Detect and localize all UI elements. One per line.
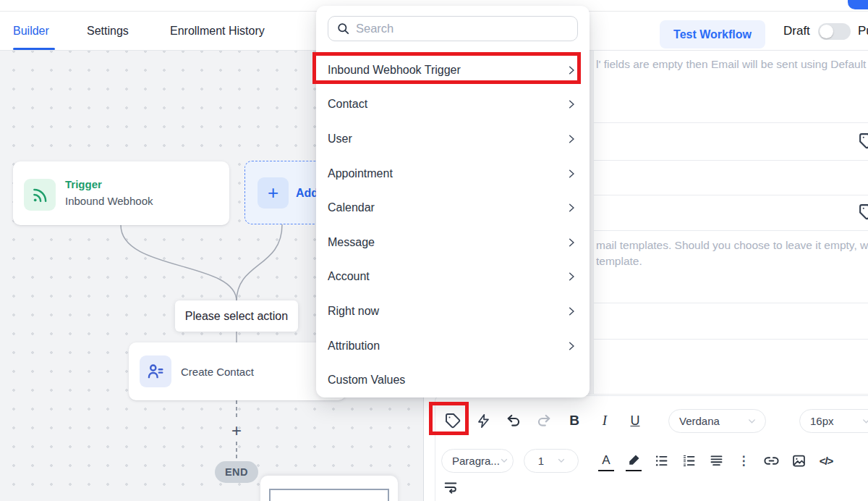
merge-tag-icon[interactable] <box>858 132 868 151</box>
action-config-panel: l' fields are empty then Email will be s… <box>593 51 868 397</box>
trigger-node-card[interactable]: Trigger Inbound Webhook <box>13 161 229 225</box>
helper-text-default-email: l' fields are empty then Email will be s… <box>596 58 868 71</box>
code-view-icon[interactable]: </> <box>817 452 835 469</box>
chevron-down-icon <box>500 456 509 465</box>
menu-item-inbound-webhook-trigger[interactable]: Inbound Webhook Trigger <box>316 53 590 88</box>
search-input[interactable] <box>356 22 577 35</box>
tab-enrollment-history[interactable]: Enrollment History <box>170 12 265 51</box>
italic-button[interactable]: I <box>596 412 613 429</box>
trigger-link-bolt-button[interactable] <box>475 412 492 429</box>
menu-item-contact[interactable]: Contact <box>316 88 590 122</box>
end-badge: END <box>215 461 258 483</box>
actions-dropdown-panel: Inbound Webhook Trigger Contact User App… <box>316 6 590 397</box>
paragraph-style-select[interactable]: Paragra... <box>441 449 514 473</box>
form-field-row[interactable] <box>594 160 868 195</box>
chevron-right-icon <box>566 306 576 316</box>
numbered-list-button[interactable] <box>680 452 697 469</box>
tag-merge-field-button[interactable] <box>444 412 461 429</box>
merge-tag-icon[interactable] <box>858 203 868 222</box>
form-field-row[interactable] <box>594 195 868 230</box>
undo-button[interactable] <box>505 412 522 429</box>
more-options-icon[interactable]: ⋮ <box>735 452 752 469</box>
cropped-blue-button[interactable] <box>848 0 868 9</box>
bold-button[interactable]: B <box>566 412 583 429</box>
rss-webhook-icon <box>24 179 56 211</box>
menu-item-right-now[interactable]: Right now <box>316 294 590 329</box>
helper-text-templates-line1: mail templates. Should you choose to lea… <box>596 239 868 252</box>
chevron-down-icon <box>861 416 868 426</box>
text-color-button[interactable]: A <box>597 452 615 469</box>
paragraph-style-value: Paragra... <box>452 455 500 467</box>
font-family-value: Verdana <box>679 415 720 427</box>
editor-toolbar: B I U Verdana 16px Paragra... 1 <box>435 395 868 501</box>
menu-item-custom-values[interactable]: Custom Values <box>316 363 590 397</box>
dropdown-search-box[interactable] <box>328 16 578 41</box>
chevron-right-icon <box>566 65 576 75</box>
chevron-right-icon <box>566 341 576 351</box>
tab-settings[interactable]: Settings <box>87 12 129 51</box>
bullet-list-button[interactable] <box>652 452 670 469</box>
active-tab-underline <box>13 48 55 50</box>
draft-label: Draft <box>783 12 810 51</box>
tab-builder[interactable]: Builder <box>13 12 49 51</box>
chevron-right-icon <box>566 237 576 248</box>
email-body-area[interactable] <box>594 339 868 397</box>
link-button[interactable] <box>762 452 780 469</box>
add-trigger-label: Add <box>296 161 318 225</box>
image-button[interactable] <box>790 452 807 469</box>
menu-item-account[interactable]: Account <box>316 260 590 295</box>
helper-text-templates-line2: template. <box>596 255 868 268</box>
minimap-card[interactable] <box>260 476 398 501</box>
chevron-right-icon <box>566 203 576 213</box>
menu-item-appointment[interactable]: Appointment <box>316 156 590 191</box>
trigger-node-title: Trigger <box>65 178 102 190</box>
form-field-row[interactable] <box>594 303 868 339</box>
chevron-right-icon <box>566 169 576 179</box>
workflow-builder-screen: Trigger Inbound Webhook + Add Please sel… <box>0 0 868 501</box>
redo-button[interactable] <box>535 412 553 429</box>
list-depth-value: 1 <box>538 455 544 467</box>
chevron-right-icon <box>566 271 576 282</box>
underline-button[interactable]: U <box>626 412 644 429</box>
test-workflow-button[interactable]: Test Workflow <box>660 20 765 49</box>
minimap-viewport <box>269 489 389 501</box>
editor-region: B I U Verdana 16px Paragra... 1 <box>423 394 868 501</box>
search-icon <box>336 22 350 35</box>
chevron-right-icon <box>566 99 576 109</box>
text-wrap-button[interactable] <box>442 479 459 496</box>
menu-item-user[interactable]: User <box>316 122 590 156</box>
menu-item-calendar[interactable]: Calendar <box>316 190 590 225</box>
trigger-node-subtitle: Inbound Webhook <box>65 195 153 207</box>
add-step-plus-icon[interactable]: + <box>229 422 244 439</box>
menu-item-message[interactable]: Message <box>316 225 590 260</box>
list-depth-select[interactable]: 1 <box>524 449 579 473</box>
font-family-select[interactable]: Verdana <box>668 409 766 433</box>
field-separator <box>594 230 868 231</box>
form-field-row[interactable] <box>594 122 868 160</box>
toggle-knob <box>820 25 833 38</box>
create-contact-icon <box>140 355 171 387</box>
font-size-value: 16px <box>810 415 834 427</box>
chevron-down-icon <box>747 416 757 426</box>
chevron-right-icon <box>566 134 576 144</box>
plus-icon: + <box>258 177 289 209</box>
select-action-label: Please select action <box>175 300 298 332</box>
publish-toggle[interactable] <box>818 23 851 40</box>
highlight-color-button[interactable] <box>625 452 642 469</box>
create-contact-node-card[interactable]: Create Contact <box>129 342 346 400</box>
dropdown-menu-list: Inbound Webhook Trigger Contact User App… <box>316 53 590 397</box>
menu-item-attribution[interactable]: Attribution <box>316 329 590 363</box>
create-contact-label: Create Contact <box>181 342 254 400</box>
font-size-select[interactable]: 16px <box>799 409 868 433</box>
chevron-down-icon <box>557 456 566 465</box>
align-button[interactable] <box>707 452 725 469</box>
publish-label: Publish <box>858 12 868 51</box>
